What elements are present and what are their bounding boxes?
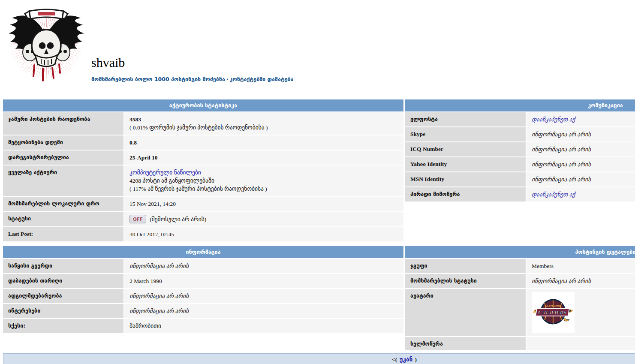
value-text: ( 0.01% ფორუმის ჯამური პოსტების რაოდენობ…	[129, 123, 398, 132]
value-text: 0.8	[129, 138, 398, 147]
value-link[interactable]: დააწკაპუნეთ აქ	[532, 191, 575, 198]
table-row: საწყისი გვერდიინფორმაცია არ არის	[3, 259, 403, 273]
row-label: ავატარი	[405, 289, 526, 336]
row-value: Members	[527, 259, 635, 273]
table-row: მომხმარებლის სტატუსიინფორმაცია არ არის	[405, 274, 635, 288]
back-link[interactable]: უკან	[399, 356, 414, 363]
table-row: დაბადების თარიღი2 March 1990	[3, 274, 403, 288]
table-row: დარეგისტრირებულია25-April 10	[3, 150, 403, 165]
row-value: დააწკაპუნეთ აქ	[527, 187, 635, 202]
svg-text:CAVALIERS: CAVALIERS	[539, 310, 566, 316]
table-row: ინტერესებიინფორმაცია არ არის	[3, 304, 403, 318]
row-value: 30 Oct 2017, 02:45	[124, 227, 403, 241]
no-information-text: ინფორმაცია არ არის	[129, 262, 398, 270]
row-label: ელფოსტა	[405, 112, 526, 126]
row-label: საწყისი გვერდი	[3, 259, 123, 273]
row-value: ინფორმაცია არ არის	[527, 142, 635, 156]
no-information-text: ინფორმაცია არ არის	[532, 130, 635, 138]
no-information-text: ინფორმაცია არ არის	[532, 277, 635, 285]
masthead: shvaib მომხმარებლის ბოლო 1000 პოსტინგის …	[3, 3, 635, 99]
value-text: 15 Nov 2021, 14:20	[129, 200, 398, 208]
value-text: 30 Oct 2017, 02:45	[129, 230, 398, 238]
value-text: მამრობითი	[129, 322, 398, 330]
row-label: სტატუსი	[3, 212, 123, 226]
row-value: ინფორმაცია არ არის	[527, 172, 635, 187]
add-to-contacts-link[interactable]: კონტაქტებში დამატება	[230, 76, 294, 82]
row-value	[527, 337, 635, 350]
no-information-text: ინფორმაცია არ არის	[532, 145, 635, 153]
no-information-text: ინფორმაცია არ არის	[532, 160, 635, 168]
row-label: MSN Identity	[405, 172, 526, 187]
table-row: მომხმარებლის ლოკალური დრო15 Nov 2021, 14…	[3, 197, 403, 211]
row-label: დარეგისტრირებულია	[3, 150, 123, 165]
row-value: ინფორმაცია არ არის	[124, 259, 403, 273]
svg-text:CLEVELAND: CLEVELAND	[545, 304, 561, 307]
table-row: ადგილმდებარეობაინფორმაცია არ არის	[3, 289, 403, 303]
row-value: დააწკაპუნეთ აქ	[527, 112, 635, 126]
row-value: 3583( 0.01% ფორუმის ჯამური პოსტების რაოდ…	[124, 112, 403, 135]
back-suffix: )	[415, 356, 417, 363]
row-value: 2 March 1990	[124, 274, 403, 288]
value-text: ( 117% ამ წევრის ჯამური პოსტების რაოდენო…	[129, 185, 398, 193]
row-value: ინფორმაცია არ არის	[124, 289, 403, 303]
row-label: Yahoo Identity	[405, 157, 526, 171]
row-value: OFF(შემოსული არ არის)	[124, 212, 403, 226]
row-label: ICQ Number	[405, 142, 526, 156]
table-row: Yahoo Identityინფორმაცია არ არის	[405, 157, 635, 171]
value-text: Members	[532, 262, 635, 270]
table-row: სტატუსიOFF(შემოსული არ არის)	[3, 212, 403, 226]
row-value: ინფორმაცია არ არის	[124, 304, 403, 318]
row-label: ჯგუფი	[405, 259, 526, 273]
row-value: ინფორმაცია არ არის	[527, 127, 635, 141]
value-link[interactable]: დააწკაპუნეთ აქ	[532, 116, 575, 123]
table-row: Last Post:30 Oct 2017, 02:45	[3, 227, 403, 241]
activity-statistics-header: აქტიურობის სტატისტიკა	[3, 99, 403, 111]
row-label: ჯამური პოსტების რაოდენობა	[3, 112, 123, 135]
skull-wings-logo-art	[4, 4, 88, 84]
row-label: სქესი:	[3, 319, 123, 333]
activity-statistics-table: აქტიურობის სტატისტიკა ჯამური პოსტების რა…	[3, 99, 403, 242]
row-label: დაბადების თარიღი	[3, 274, 123, 288]
avatar-image: CAVALIERS CLEVELAND	[532, 292, 575, 333]
no-information-text: ინფორმაცია არ არის	[129, 292, 398, 300]
row-value: CAVALIERS CLEVELAND	[527, 289, 635, 336]
row-label: შეტყობინება დღეში	[3, 135, 123, 150]
skull-wings-logo	[4, 4, 88, 84]
page-title: shvaib	[91, 55, 294, 70]
table-row: სქესი:მამრობითი	[3, 319, 403, 333]
no-information-text: ინფორმაცია არ არის	[532, 175, 635, 184]
row-label: ყველაზე აქტიური	[3, 165, 123, 196]
communication-header: კომუნიკაცია	[405, 99, 635, 111]
row-label: Last Post:	[3, 227, 123, 241]
table-row: ყველაზე აქტიურიკომპიუტერული ნაწილები4208…	[3, 165, 403, 196]
table-row: ხელმოწერა	[405, 337, 635, 350]
value-text: 2 March 1990	[129, 277, 398, 285]
table-row: ჯგუფიMembers	[405, 259, 635, 273]
row-label: ადგილმდებარეობა	[3, 289, 123, 303]
row-value: ინფორმაცია არ არის	[527, 274, 635, 288]
status-off-indicator: OFF	[129, 215, 146, 223]
information-header: ინფორმაცია	[3, 246, 403, 258]
row-value: 15 Nov 2021, 14:20	[124, 197, 403, 211]
status-text: (შემოსული არ არის)	[150, 216, 206, 223]
masthead-links-separator: ·	[225, 76, 230, 82]
row-value: ინფორმაცია არ არის	[527, 157, 635, 171]
value-link[interactable]: კომპიუტერული ნაწილები	[129, 169, 201, 176]
table-row: ავატარი CAVALIERS CLEVELAND	[405, 289, 635, 336]
table-row: პირადი მიმოწერადააწკაპუნეთ აქ	[405, 187, 635, 202]
table-row: MSN Identityინფორმაცია არ არის	[405, 172, 635, 187]
communication-table: კომუნიკაცია ელფოსტადააწკაპუნეთ აქSkypeინ…	[405, 99, 635, 202]
value-text: 25-April 10	[129, 153, 398, 162]
row-label: მომხმარებლის სტატუსი	[405, 274, 526, 288]
row-label: მომხმარებლის ლოკალური დრო	[3, 197, 123, 211]
row-value: მამრობითი	[124, 319, 403, 333]
row-value: 25-April 10	[124, 150, 403, 165]
table-row: Skypeინფორმაცია არ არის	[405, 127, 635, 141]
posting-details-table: პოსტინგის დეტალები ჯგუფიMembersმომხმარებ…	[405, 246, 635, 351]
masthead-text: shvaib მომხმარებლის ბოლო 1000 პოსტინგის …	[91, 55, 294, 82]
table-row: შეტყობინება დღეში0.8	[3, 135, 403, 150]
row-value: კომპიუტერული ნაწილები4208 პოსტი ამ განყო…	[124, 165, 403, 196]
table-row: ICQ Numberინფორმაცია არ არის	[405, 142, 635, 156]
profile-tables-grid: აქტიურობის სტატისტიკა ჯამური პოსტების რა…	[3, 99, 635, 351]
find-last-posts-link[interactable]: მომხმარებლის ბოლო 1000 პოსტინგის მოძებნა	[91, 76, 225, 82]
